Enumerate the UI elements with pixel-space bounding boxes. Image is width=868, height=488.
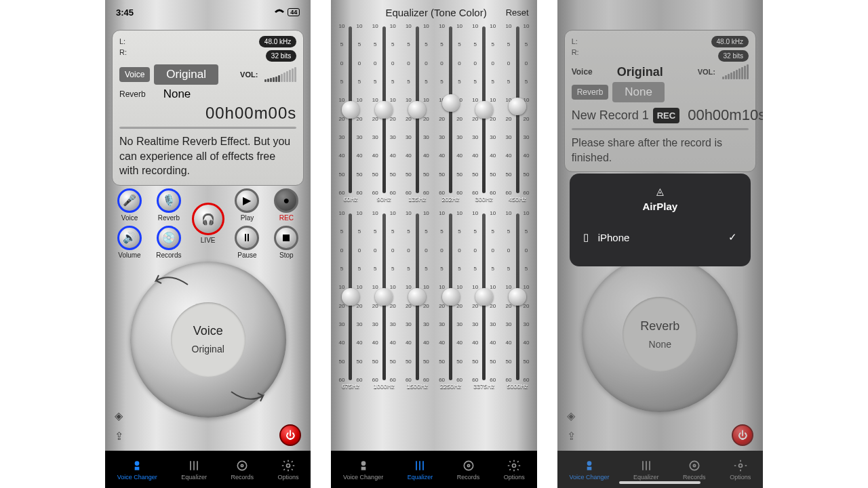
tab-options[interactable]: Options <box>278 459 299 481</box>
eq-slider-3375Hz[interactable]: 10105500551010202030304040505060603375Hz <box>467 214 500 390</box>
tab-voice-changer[interactable]: Voice Changer <box>569 459 609 481</box>
svg-point-11 <box>738 464 742 467</box>
share-icon[interactable]: ⇪ <box>115 430 131 446</box>
eq-slider-450Hz[interactable]: 1010550055101020203030404050506060450Hz <box>500 26 534 203</box>
tab-options[interactable]: Options <box>504 459 525 481</box>
rec-badge: REC <box>653 108 679 123</box>
slider-knob[interactable] <box>442 94 460 112</box>
records-button[interactable]: 💿Records <box>151 226 186 259</box>
tab-records[interactable]: Records <box>683 459 706 481</box>
play-button[interactable]: ▶Play <box>229 188 264 222</box>
reverb-button[interactable]: 🎙️Reverb <box>151 188 186 222</box>
status-time: 3:45 <box>116 7 134 18</box>
arrow-cw-icon <box>228 389 269 405</box>
slider-knob[interactable] <box>475 101 493 119</box>
share-icon[interactable]: ⇪ <box>567 430 583 446</box>
eq-title: Equalizer (Tone Color) <box>366 7 505 18</box>
status-icons: 44 <box>274 8 300 16</box>
svg-point-6 <box>467 464 469 466</box>
voice-button[interactable]: 🎤Voice <box>112 188 147 222</box>
airplay-icon[interactable]: ◈ <box>115 409 131 426</box>
slider-knob[interactable] <box>509 288 526 306</box>
svg-point-3 <box>287 464 290 467</box>
eq-slider-1000Hz[interactable]: 10105500551010202030304040505060601000Hz <box>368 214 401 390</box>
tab-voice-changer[interactable]: Voice Changer <box>117 459 157 481</box>
home-indicator[interactable] <box>619 481 701 484</box>
svg-point-8 <box>587 461 592 466</box>
iphone-icon: ▯ <box>583 231 589 243</box>
eq-row-1: 101055005510102020303040405050606060Hz10… <box>331 22 536 204</box>
svg-point-1 <box>238 461 247 470</box>
slider-knob[interactable] <box>342 101 359 119</box>
eq-slider-2250Hz[interactable]: 10105500551010202030304040505060602250Hz <box>434 214 467 390</box>
sample-rate-pill: 48.0 kHz <box>259 36 296 47</box>
slider-knob[interactable] <box>475 288 493 306</box>
svg-point-5 <box>464 461 473 470</box>
timer: 00h00m10s <box>688 106 763 124</box>
slider-knob[interactable] <box>408 288 426 306</box>
checkmark-icon: ✓ <box>728 231 737 243</box>
airplay-icon[interactable]: ◈ <box>567 409 583 426</box>
progress-bar[interactable] <box>119 127 296 129</box>
eq-slider-5000Hz[interactable]: 10105500551010202030304040505060605000Hz <box>500 214 534 390</box>
airplay-glyph-icon: ◬ <box>656 186 664 197</box>
tab-equalizer[interactable]: Equalizer <box>633 459 659 481</box>
airplay-title: AirPlay <box>642 201 677 212</box>
arrow-ccw-icon <box>151 271 191 287</box>
screen-airplay: L:R: 48.0 kHz 32 bits Voice Original VOL… <box>557 0 763 488</box>
eq-row-2: 1010550055101020203030404050506060675Hz1… <box>331 209 536 391</box>
eq-slider-300Hz[interactable]: 1010550055101020203030404050506060300Hz <box>467 26 500 203</box>
eq-slider-135Hz[interactable]: 1010550055101020203030404050506060135Hz <box>401 26 434 203</box>
tab-records[interactable]: Records <box>457 459 480 481</box>
voice-chip[interactable]: Voice <box>119 67 150 82</box>
bit-depth-pill: 32 bits <box>266 50 296 62</box>
volume-button[interactable]: 🔊Volume <box>112 226 147 259</box>
reverb-value: None <box>163 87 191 101</box>
slider-knob[interactable] <box>509 98 526 115</box>
eq-slider-675Hz[interactable]: 1010550055101020203030404050506060675Hz <box>334 214 367 390</box>
record-name: New Record 1 <box>572 108 649 123</box>
eq-slider-90Hz[interactable]: 101055005510102020303040405050606090Hz <box>368 26 401 203</box>
screen-equalizer: Equalizer (Tone Color) Reset 10105500551… <box>331 0 536 488</box>
live-button[interactable]: 🎧LIVE <box>191 203 226 244</box>
svg-point-0 <box>135 461 140 466</box>
info-panel: L:R: 48.0 kHz 32 bits Voice Original VOL… <box>564 30 756 172</box>
pause-button[interactable]: ⏸Pause <box>229 226 264 259</box>
vol-meter <box>264 67 296 82</box>
svg-point-2 <box>241 464 243 466</box>
svg-point-10 <box>693 464 695 466</box>
eq-slider-60Hz[interactable]: 101055005510102020303040405050606060Hz <box>334 26 367 203</box>
info-panel: L:R: 48.0 kHz 32 bits Voice Original VOL… <box>112 30 304 186</box>
tab-options[interactable]: Options <box>730 459 751 481</box>
airplay-sheet[interactable]: ◬ AirPlay ▯ iPhone ✓ <box>570 174 751 266</box>
eq-slider-1500Hz[interactable]: 10105500551010202030304040505060601500Hz <box>401 214 434 390</box>
svg-point-7 <box>513 464 516 467</box>
tab-voice-changer[interactable]: Voice Changer <box>343 459 383 481</box>
slider-knob[interactable] <box>375 101 393 119</box>
home-indicator[interactable] <box>167 481 249 484</box>
tab-equalizer[interactable]: Equalizer <box>408 459 433 481</box>
slider-knob[interactable] <box>408 101 426 119</box>
stop-button[interactable]: ⏹Stop <box>269 226 304 259</box>
svg-point-4 <box>361 461 366 466</box>
slider-knob[interactable] <box>442 288 460 306</box>
controls: 🎤Voice 🔊Volume 🎙️Reverb 💿Records 🎧LIVE ▶… <box>105 186 311 259</box>
rec-button[interactable]: ●REC <box>269 188 304 222</box>
jog-wheel[interactable]: Reverb None <box>582 256 738 412</box>
home-indicator[interactable] <box>393 481 475 484</box>
timer: 00h00m00s <box>119 104 296 123</box>
status-bar: 3:45 44 <box>105 0 311 24</box>
slider-knob[interactable] <box>342 288 359 306</box>
eq-slider-202Hz[interactable]: 1010550055101020203030404050506060202Hz <box>434 26 467 203</box>
jog-wheel[interactable]: Voice Original <box>130 262 286 418</box>
airplay-device-iphone[interactable]: ▯ iPhone ✓ <box>580 224 740 250</box>
svg-point-9 <box>690 461 698 470</box>
screen-voice-changer: 3:45 44 L:R: 48.0 kHz 32 bits Voice Orig… <box>105 0 311 488</box>
slider-knob[interactable] <box>375 288 393 306</box>
info-message: No Realtime Reverb Effect. But you can e… <box>119 134 296 178</box>
reset-button[interactable]: Reset <box>506 7 529 18</box>
tab-records[interactable]: Records <box>231 459 254 481</box>
power-button[interactable]: ⏻ <box>732 424 753 446</box>
tab-equalizer[interactable]: Equalizer <box>181 459 207 481</box>
voice-value[interactable]: Original <box>154 64 218 85</box>
